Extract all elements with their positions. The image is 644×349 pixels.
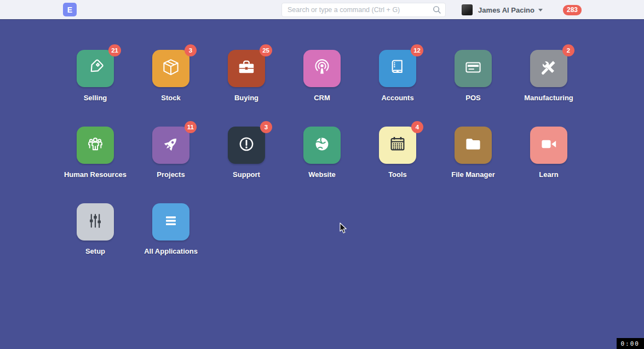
app-grid: 21 Selling 3 Stock 25 Buying CRM 12 Acco… <box>58 50 586 280</box>
app-icon-button[interactable]: 3 <box>228 127 265 164</box>
notification-count-badge: 12 <box>411 44 423 56</box>
video-icon <box>539 134 559 156</box>
app-label: Projects <box>133 170 209 179</box>
app-support[interactable]: 3 Support <box>209 127 284 203</box>
notification-count-badge: 11 <box>185 121 197 133</box>
menu-icon <box>161 211 181 233</box>
app-icon-button[interactable] <box>77 127 114 164</box>
app-buying[interactable]: 25 Buying <box>209 50 284 127</box>
app-icon-button[interactable] <box>152 203 189 241</box>
notification-count-badge: 21 <box>108 44 121 56</box>
app-label: Accounts <box>360 94 435 102</box>
user-avatar <box>462 4 473 15</box>
app-label: Selling <box>58 94 133 102</box>
app-icon-button[interactable]: 25 <box>228 50 265 87</box>
notification-count-badge: 2 <box>562 44 574 56</box>
app-pos[interactable]: POS <box>435 50 511 127</box>
app-crm[interactable]: CRM <box>284 50 360 127</box>
alert-icon <box>237 134 256 156</box>
app-file-manager[interactable]: File Manager <box>435 127 511 203</box>
people-icon <box>85 134 105 156</box>
app-tools[interactable]: 4 Tools <box>360 127 435 203</box>
app-all-applications[interactable]: All Applications <box>133 203 209 280</box>
notification-count-badge: 3 <box>260 121 272 133</box>
app-stock[interactable]: 3 Stock <box>133 50 209 127</box>
app-projects[interactable]: 11 Projects <box>133 127 209 203</box>
notification-count-badge: 3 <box>185 44 197 56</box>
app-icon-button[interactable]: 3 <box>152 50 189 87</box>
app-website[interactable]: Website <box>284 127 360 203</box>
search-input[interactable] <box>281 3 446 17</box>
calendar-icon <box>388 134 407 156</box>
box-icon <box>161 58 181 79</box>
recording-timer: 0:00 <box>617 338 644 349</box>
app-icon-button[interactable] <box>530 127 567 164</box>
app-label: Website <box>284 170 360 179</box>
app-icon-button[interactable] <box>455 127 492 164</box>
app-icon-button[interactable] <box>303 127 341 164</box>
global-search <box>281 3 446 17</box>
app-label: Support <box>209 170 284 179</box>
app-label: Stock <box>133 94 209 102</box>
notification-count-badge: 25 <box>260 44 272 56</box>
app-learn[interactable]: Learn <box>511 127 586 203</box>
app-setup[interactable]: Setup <box>58 203 133 280</box>
app-icon-button[interactable]: 11 <box>152 127 189 164</box>
tools-icon <box>539 58 559 79</box>
notifications-badge[interactable]: 283 <box>563 5 582 15</box>
app-icon-button[interactable] <box>455 50 492 87</box>
user-cluster: James Al Pacino 283 <box>462 0 582 20</box>
ledger-icon <box>388 58 407 79</box>
globe-icon <box>312 134 332 156</box>
rocket-icon <box>161 134 181 156</box>
app-icon-button[interactable]: 4 <box>379 127 416 164</box>
app-icon-button[interactable] <box>303 50 341 87</box>
app-icon-button[interactable]: 2 <box>530 50 567 87</box>
app-label: All Applications <box>133 247 209 255</box>
app-label: POS <box>435 94 511 102</box>
app-label: Human Resources <box>58 170 133 179</box>
user-name-label: James Al Pacino <box>478 6 534 14</box>
sliders-icon <box>85 211 105 233</box>
app-label: Setup <box>58 247 133 255</box>
app-manufacturing[interactable]: 2 Manufacturing <box>511 50 586 127</box>
app-selling[interactable]: 21 Selling <box>58 50 133 127</box>
broadcast-icon <box>312 58 332 79</box>
app-icon-button[interactable]: 12 <box>379 50 416 87</box>
top-navbar: E James Al Pacino 283 <box>0 0 644 20</box>
briefcase-icon <box>237 58 256 79</box>
search-icon[interactable] <box>432 5 442 15</box>
app-label: CRM <box>284 94 360 102</box>
credit-card-icon <box>463 58 483 79</box>
home-logo-button[interactable]: E <box>63 3 77 16</box>
app-label: Tools <box>360 170 435 179</box>
app-label: Buying <box>209 94 284 102</box>
user-menu[interactable]: James Al Pacino <box>478 6 543 14</box>
chevron-down-icon <box>538 9 543 12</box>
app-human-resources[interactable]: Human Resources <box>58 127 133 203</box>
app-label: Learn <box>511 170 586 179</box>
folder-icon <box>463 134 483 156</box>
app-accounts[interactable]: 12 Accounts <box>360 50 435 127</box>
app-icon-button[interactable] <box>77 203 114 241</box>
app-label: File Manager <box>435 170 511 179</box>
notification-count-badge: 4 <box>411 121 423 133</box>
tag-icon <box>85 58 105 79</box>
app-icon-button[interactable]: 21 <box>77 50 114 87</box>
app-label: Manufacturing <box>511 94 586 102</box>
